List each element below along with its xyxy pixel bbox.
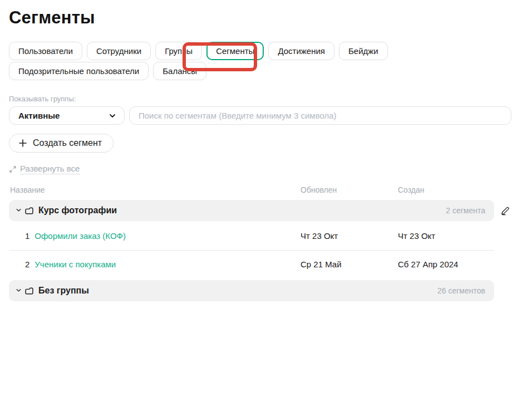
- tab-groups[interactable]: Группы: [155, 42, 202, 60]
- segments-page: Сегменты Пользователи Сотрудники Группы …: [0, 0, 532, 301]
- group-name: Курс фотографии: [38, 206, 117, 216]
- chevron-down-icon: [109, 112, 116, 120]
- group-filter-value: Активные: [18, 111, 60, 120]
- column-header-created: Создан: [398, 185, 494, 194]
- create-segment-label: Создать сегмент: [33, 138, 102, 148]
- column-header-updated: Обновлен: [301, 185, 398, 194]
- expand-all-link[interactable]: Развернуть все: [9, 164, 80, 174]
- tab-bar: Пользователи Сотрудники Группы Сегменты …: [9, 42, 511, 80]
- group-segment-count: 26 сегментов: [437, 286, 485, 295]
- segment-updated-date: Чт 23 Окт: [301, 231, 398, 241]
- segment-updated-date: Ср 21 Май: [301, 260, 398, 269]
- segment-link[interactable]: Оформили заказ (КОФ): [35, 231, 126, 241]
- expand-all-label: Развернуть все: [20, 164, 80, 174]
- expand-all-icon: [9, 165, 17, 173]
- tab-users[interactable]: Пользователи: [9, 42, 82, 60]
- group-row-photo-course[interactable]: Курс фотографии 2 сегмента: [9, 200, 494, 221]
- chevron-down-icon: [16, 207, 24, 213]
- segment-number: 2: [25, 260, 29, 269]
- table-header-row: Название Обновлен Создан: [9, 185, 494, 200]
- chevron-down-icon: [16, 287, 24, 293]
- segment-created-date: Сб 27 Апр 2024: [398, 260, 494, 269]
- tab-achievements[interactable]: Достижения: [268, 42, 334, 60]
- table-row: 2 Ученики с покупками Ср 21 Май Сб 27 Ап…: [9, 250, 494, 278]
- segment-number: 1: [25, 231, 29, 241]
- tab-balances[interactable]: Балансы: [153, 62, 206, 80]
- tab-suspicious-users[interactable]: Подозрительные пользователи: [9, 62, 149, 80]
- filter-controls: Активные: [9, 106, 511, 125]
- show-groups-label: Показывать группы:: [9, 95, 532, 103]
- tab-badges[interactable]: Бейджи: [339, 42, 388, 60]
- group-filter-select[interactable]: Активные: [9, 106, 125, 125]
- group-name: Без группы: [38, 286, 89, 296]
- group-rows: 1 Оформили заказ (КОФ) Чт 23 Окт Чт 23 О…: [9, 222, 494, 278]
- segment-created-date: Чт 23 Окт: [398, 231, 494, 241]
- segment-link[interactable]: Ученики с покупками: [35, 260, 116, 269]
- tab-staff[interactable]: Сотрудники: [87, 42, 151, 60]
- page-title: Сегменты: [9, 8, 532, 28]
- folder-icon: [24, 206, 34, 215]
- edit-group-icon[interactable]: [500, 205, 511, 216]
- column-header-name: Название: [10, 185, 301, 194]
- tab-segments[interactable]: Сегменты: [206, 42, 264, 60]
- group-row-no-group[interactable]: Без группы 26 сегментов: [9, 280, 494, 301]
- folder-icon: [24, 286, 34, 295]
- segments-table: Название Обновлен Создан Курс фотографии…: [9, 185, 494, 301]
- create-segment-button[interactable]: Создать сегмент: [9, 134, 114, 153]
- plus-icon: [18, 139, 27, 148]
- segment-search-input[interactable]: [129, 106, 511, 125]
- table-row: 1 Оформили заказ (КОФ) Чт 23 Окт Чт 23 О…: [9, 222, 494, 250]
- group-segment-count: 2 сегмента: [446, 206, 485, 215]
